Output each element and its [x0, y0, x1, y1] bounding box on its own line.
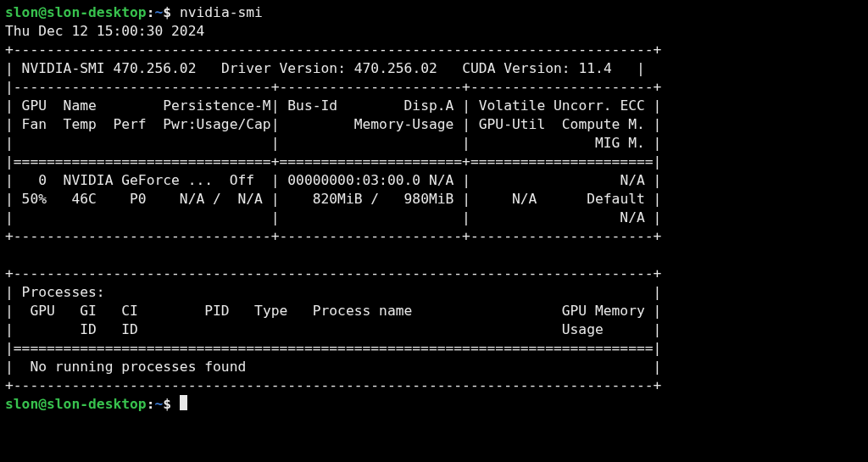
gpu0-name: 0 NVIDIA GeForce ... Off	[22, 172, 263, 188]
proc-header-1: GPU GI CI PID Type Process name GPU Memo…	[30, 303, 644, 319]
processes-title: Processes:	[22, 284, 105, 300]
col-mem: Memory-Usage	[287, 116, 453, 132]
prompt-user: slon@slon-desktop	[5, 4, 147, 20]
timestamp: Thu Dec 12 15:00:30 2024	[5, 23, 204, 39]
cuda-label: CUDA Version:	[462, 60, 570, 76]
col-busid: Bus-Id Disp.A	[287, 97, 453, 114]
gpu0-mem: 820MiB / 980MiB	[287, 191, 453, 207]
gpu0-bus: 00000000:03:00.0 N/A	[287, 172, 453, 188]
gpu0-fan: 50% 46C P0 N/A / N/A	[22, 191, 263, 207]
smi-label: NVIDIA-SMI	[22, 60, 105, 76]
cursor[interactable]	[180, 395, 187, 410]
prompt-dollar: $	[163, 4, 180, 20]
prompt-path: ~	[154, 4, 163, 20]
driver-version: 470.256.02	[354, 60, 437, 76]
col-gpu-name: GPU Name Persistence-M	[22, 97, 271, 114]
col-fan: Fan Temp Perf Pwr:Usage/Cap	[22, 116, 271, 132]
prompt-dollar-2: $	[163, 396, 180, 412]
no-processes: No running processes found	[30, 359, 246, 375]
gpu0-util: N/A Default	[479, 191, 645, 207]
gpu0-ecc: N/A	[479, 172, 645, 188]
command-text: nvidia-smi	[180, 4, 263, 20]
prompt-colon: :	[147, 4, 155, 20]
col-util: GPU-Util Compute M.	[479, 116, 645, 132]
smi-version: 470.256.02	[113, 60, 196, 76]
terminal[interactable]: slon@slon-desktop:~$ nvidia-smi Thu Dec …	[0, 0, 868, 414]
prompt-colon-2: :	[147, 396, 155, 412]
prompt-user-2: slon@slon-desktop	[5, 396, 147, 412]
prompt-path-2: ~	[154, 396, 163, 412]
cuda-version: 11.4	[578, 60, 611, 76]
driver-label: Driver Version:	[221, 60, 346, 76]
col-mig: MIG M.	[479, 135, 645, 151]
terminal-output: slon@slon-desktop:~$ nvidia-smi Thu Dec …	[5, 3, 863, 414]
gpu0-mig: N/A	[479, 209, 645, 225]
proc-header-2: ID ID Usage	[30, 321, 644, 337]
col-ecc: Volatile Uncorr. ECC	[479, 97, 645, 114]
